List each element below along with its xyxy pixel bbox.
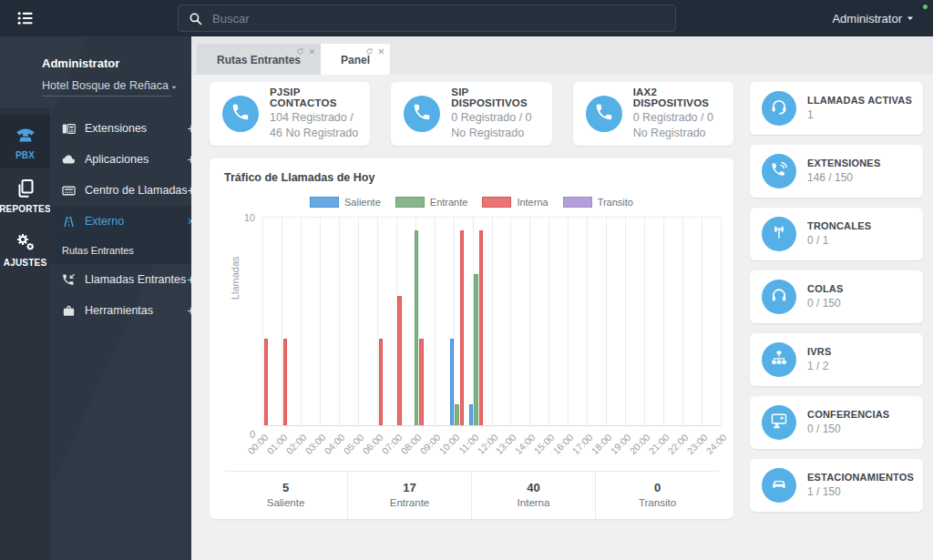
total-value: 40 — [472, 481, 595, 494]
total-label: Interna — [472, 497, 595, 508]
sidebar-user-title: Administrator — [42, 56, 191, 70]
summary-card-estacionamientos: ESTACIONAMIENTOS1 / 150 — [750, 459, 923, 512]
gridline — [568, 218, 569, 425]
sidebar-item-label: Aplicaciones — [85, 153, 188, 166]
total-value: 0 — [596, 481, 719, 494]
sidebar-menu: Extensiones+Aplicaciones+Centro de Llama… — [50, 107, 208, 560]
card-value: 0 Registrado / 0 No Registrado — [633, 110, 723, 141]
sidebar-item-label: Herramientas — [85, 304, 188, 317]
card-title: PJSIP CONTACTOS — [270, 87, 359, 108]
apps-cloud-icon — [61, 152, 77, 168]
road-icon — [61, 214, 77, 229]
gridline — [529, 218, 530, 425]
summary-card-ivrs: IVRS1 / 2 — [750, 333, 923, 386]
sitemap-icon — [762, 342, 796, 377]
status-card-sip-dispositivos: SIP DISPOSITIVOS0 Registrado / 0 No Regi… — [391, 82, 551, 146]
card-title: COLAS — [807, 283, 844, 294]
tenant-select[interactable]: Hotel Bosque de Reñaca — [42, 79, 171, 97]
pbx-phone-icon — [15, 124, 36, 146]
incoming-call-icon — [61, 272, 77, 288]
phone-icon — [594, 102, 614, 126]
close-icon[interactable] — [377, 46, 385, 55]
card-value: 1 — [807, 107, 912, 122]
rail-item-pbx[interactable]: PBX — [0, 115, 50, 168]
legend-label: Interna — [517, 197, 548, 208]
bar-interna-11:00 — [479, 230, 484, 425]
total-transito: 0Transito — [595, 472, 719, 519]
card-value: 146 / 150 — [807, 170, 880, 185]
gridline — [682, 218, 683, 425]
sidebar-item-herramientas[interactable]: Herramientas+ — [50, 295, 208, 326]
gridline — [301, 218, 302, 425]
gridline — [510, 218, 511, 425]
search-icon — [188, 11, 203, 26]
main-content: Rutas EntrantesPanel PJSIP CONTACTOS104 … — [191, 36, 933, 560]
conference-icon — [762, 405, 796, 440]
tab-controls — [296, 46, 316, 55]
sidebar-item-label: Centro de Llamadas — [85, 184, 188, 197]
gridline — [435, 218, 436, 425]
search-box[interactable] — [178, 5, 676, 32]
total-value: 5 — [224, 481, 347, 494]
gridline — [587, 218, 588, 425]
total-saliente: 5Saliente — [224, 472, 347, 519]
headset-icon — [762, 91, 796, 126]
sidebar-expanded-group: Externo×Rutas Entrantes — [50, 206, 208, 264]
legend-label: Transito — [598, 197, 633, 208]
bar-interna-06:00 — [379, 339, 384, 425]
headset-icon — [770, 97, 788, 119]
sidebar-header: Administrator Hotel Bosque de Reñaca — [0, 36, 191, 107]
top-bar: Administrator — [0, 0, 933, 36]
card-title: IAX2 DISPOSITIVOS — [633, 87, 723, 108]
total-label: Entrante — [348, 497, 471, 508]
card-value: 104 Registrado / 46 No Registrado — [270, 110, 359, 141]
rail-item-ajustes[interactable]: AJUSTES — [0, 222, 50, 276]
desk-phone-icon — [61, 121, 77, 137]
car-icon — [770, 474, 788, 496]
legend-swatch-transito — [563, 197, 592, 208]
total-label: Transito — [596, 497, 719, 508]
search-input[interactable] — [212, 12, 666, 25]
phone-waves-icon — [770, 160, 788, 182]
gears-icon — [15, 231, 36, 253]
menu-toggle-button[interactable] — [14, 8, 37, 28]
tab-panel[interactable]: Panel — [321, 44, 390, 75]
bar-interna-07:00 — [397, 296, 402, 426]
sidebar-item-aplicaciones[interactable]: Aplicaciones+ — [50, 144, 208, 175]
chart-x-axis: 00:0001:0002:0003:0004:0005:0006:0007:00… — [262, 426, 710, 465]
card-value: 1 / 150 — [807, 484, 914, 499]
summary-card-conferencias: CONFERENCIAS0 / 150 — [750, 396, 923, 449]
refresh-icon[interactable] — [365, 46, 374, 55]
bar-entrante-11:00 — [474, 274, 478, 426]
chart-y-axis-label: Llamadas — [230, 257, 241, 300]
summary-card-llamadas-activas: LLAMADAS ACTIVAS1 — [750, 82, 923, 135]
card-title: ESTACIONAMIENTOS — [807, 472, 914, 483]
card-title: EXTENSIONES — [807, 158, 880, 168]
conference-icon — [770, 412, 788, 433]
chart-totals-row: 5Saliente17Entrante40Interna0Transito — [224, 471, 719, 519]
tab-bar: Rutas EntrantesPanel — [191, 36, 933, 75]
refresh-icon[interactable] — [296, 46, 304, 55]
sidebar-item-externo[interactable]: Externo× — [50, 206, 208, 237]
legend-label: Saliente — [344, 197, 381, 208]
sidebar-item-label: Extensiones — [85, 122, 188, 135]
legend-item-interna: Interna — [482, 197, 548, 208]
user-menu[interactable]: Administrator — [832, 0, 917, 36]
bar-interna-08:00 — [419, 339, 424, 425]
chevron-down-icon — [169, 80, 179, 91]
gridline — [339, 218, 340, 425]
bar-interna-00:00 — [264, 339, 269, 425]
sidebar-rail: PBXREPORTESAJUSTES — [0, 107, 50, 560]
sidebar-item-label: Llamadas Entrantes — [85, 273, 188, 286]
sidebar-item-extensiones[interactable]: Extensiones+ — [50, 113, 208, 144]
sidebar-item-centro-llamadas[interactable]: Centro de Llamadas+ — [50, 175, 208, 206]
list-icon — [14, 15, 37, 31]
card-value: 1 / 2 — [807, 359, 831, 373]
close-icon[interactable] — [308, 46, 316, 55]
sidebar-subitem-rutas-entrantes[interactable]: Rutas Entrantes — [50, 237, 208, 264]
total-interna: 40Interna — [471, 472, 595, 519]
tab-rutas-entrantes[interactable]: Rutas Entrantes — [197, 44, 321, 75]
sidebar-item-llamadas-entrantes[interactable]: Llamadas Entrantes+ — [50, 264, 208, 295]
rail-item-reportes[interactable]: REPORTES — [0, 168, 50, 222]
gridline — [721, 218, 722, 425]
